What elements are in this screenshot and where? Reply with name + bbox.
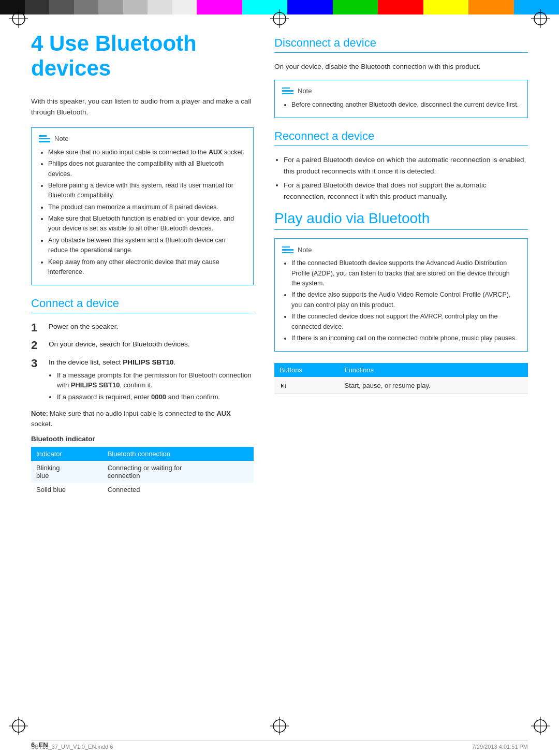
table-header-connection: Bluetooth connection: [102, 447, 254, 461]
step-num-3: 3: [31, 357, 43, 404]
list-item: Before connecting another Bluetooth devi…: [291, 100, 520, 110]
table-row: Blinkingblue Connecting or waiting forco…: [31, 461, 254, 483]
list-item: Make sure that Bluetooth function is ena…: [48, 214, 246, 234]
main-content: 4 Use Bluetooth devices With this speake…: [31, 31, 528, 730]
main-note-box: Note Make sure that no audio input cable…: [31, 127, 254, 286]
step-2: 2 On your device, search for Bluetooth d…: [31, 339, 254, 352]
main-note-list: Make sure that no audio input cable is c…: [39, 148, 246, 278]
note-icon-disconnect: [282, 86, 293, 96]
footer: SBT10_37_UM_V1.0_EN.indd 6 7/29/2013 4:0…: [31, 740, 528, 750]
bar-seg-2: [25, 0, 50, 14]
footer-date: 7/29/2013 4:01:51 PM: [472, 744, 528, 750]
play-note-list: If the connected Bluetooth device suppor…: [282, 258, 520, 343]
list-item: The product can memorize a maximum of 8 …: [48, 202, 246, 212]
connection-blinking: Connecting or waiting forconnection: [102, 461, 254, 483]
bar-seg-blue: [287, 0, 333, 14]
step-1: 1 Power on the speaker.: [31, 322, 254, 334]
table-header-row: Indicator Bluetooth connection: [31, 447, 254, 461]
reg-mark-tc: [270, 9, 289, 28]
top-bar-left: [0, 0, 197, 14]
reconnect-section-title: Reconnect a device: [274, 129, 528, 146]
table-header-indicator: Indicator: [31, 447, 102, 461]
table-row: ⏯ Start, pause, or resume play.: [274, 377, 528, 394]
step-body-3: In the device list, select PHILIPS SBT10…: [49, 357, 254, 404]
note-header: Note: [39, 134, 246, 143]
list-item: Philips does not guarantee the compatibi…: [48, 159, 246, 179]
list-item: If a password is required, enter 0000 an…: [57, 392, 254, 402]
right-column: Disconnect a device On your device, disa…: [274, 31, 528, 730]
buttons-table: Buttons Functions ⏯ Start, pause, or res…: [274, 363, 528, 394]
list-item: For a paired Bluetooth device on which t…: [284, 154, 528, 177]
bar-seg-yellow: [423, 0, 469, 14]
disconnect-section-title: Disconnect a device: [274, 36, 528, 53]
steps-list: 1 Power on the speaker. 2 On your device…: [31, 322, 254, 403]
connection-solid: Connected: [102, 483, 254, 497]
play-section-title: Play audio via Bluetooth: [274, 210, 528, 230]
intro-text: With this speaker, you can listen to aud…: [31, 96, 254, 118]
note-icon-play: [282, 245, 293, 254]
note-inline-text: Note: Make sure that no audio input cabl…: [31, 409, 254, 429]
step-num-1: 1: [31, 322, 43, 334]
play-pause-icon: ⏯: [280, 381, 287, 389]
step-3: 3 In the device list, select PHILIPS SBT…: [31, 357, 254, 404]
step-body-1: Power on the speaker.: [49, 322, 254, 334]
list-item: If there is an incoming call on the conn…: [291, 333, 520, 343]
reg-mark-tl: [9, 9, 28, 28]
bar-seg-7: [148, 0, 172, 14]
indicator-solid: Solid blue: [31, 483, 102, 497]
list-item: If the device also supports the Audio Vi…: [291, 290, 520, 310]
disconnect-note-box: Note Before connecting another Bluetooth…: [274, 80, 528, 118]
left-column: 4 Use Bluetooth devices With this speake…: [31, 31, 254, 730]
disconnect-text: On your device, disable the Bluetooth co…: [274, 61, 528, 72]
bar-seg-magenta: [197, 0, 242, 14]
note-header-disconnect: Note: [282, 86, 520, 96]
list-item: Make sure that no audio input cable is c…: [48, 148, 246, 157]
step-body-2: On your device, search for Bluetooth dev…: [49, 339, 254, 352]
list-item: If the connected Bluetooth device suppor…: [291, 258, 520, 288]
note-header-play: Note: [282, 245, 520, 254]
functions-col-header: Functions: [340, 363, 528, 377]
bar-seg-green: [333, 0, 378, 14]
play-note-box: Note If the connected Bluetooth device s…: [274, 238, 528, 352]
note-label-disconnect: Note: [298, 87, 312, 95]
list-item: Keep away from any other electronic devi…: [48, 257, 246, 278]
list-item: Before pairing a device with this system…: [48, 181, 246, 201]
bluetooth-indicator-table: Indicator Bluetooth connection Blinkingb…: [31, 447, 254, 497]
list-item: For a paired Bluetooth device that does …: [284, 180, 528, 202]
note-icon: [39, 134, 50, 143]
bar-seg-red: [378, 0, 423, 14]
note-label: Note: [54, 135, 68, 142]
connect-section-title: Connect a device: [31, 297, 254, 313]
list-item: If the connected device does not support…: [291, 312, 520, 332]
chapter-title: 4 Use Bluetooth devices: [31, 31, 254, 81]
buttons-header-row: Buttons Functions: [274, 363, 528, 377]
bar-seg-5: [98, 0, 123, 14]
bar-seg-8: [172, 0, 197, 14]
bar-seg-orange: [468, 0, 514, 14]
reg-mark-bl: [9, 717, 28, 735]
step-num-2: 2: [31, 339, 43, 352]
list-item: Any obstacle between this system and a B…: [48, 236, 246, 256]
table-row: Solid blue Connected: [31, 483, 254, 497]
buttons-col-header: Buttons: [274, 363, 340, 377]
list-item: If a message prompts for the permission …: [57, 370, 254, 390]
reg-mark-br: [531, 717, 550, 735]
note-label-play: Note: [298, 246, 312, 254]
disconnect-note-list: Before connecting another Bluetooth devi…: [282, 100, 520, 110]
indicator-blinking: Blinkingblue: [31, 461, 102, 483]
bar-seg-3: [49, 0, 74, 14]
bt-indicator-label: Bluetooth indicator: [31, 435, 254, 443]
button-icon-cell: ⏯: [274, 377, 340, 394]
top-bar-right: [197, 0, 559, 14]
page-number: 6 EN: [31, 741, 48, 749]
reg-mark-tr: [531, 9, 550, 28]
step-3-bullets: If a message prompts for the permission …: [49, 370, 254, 402]
bar-seg-4: [74, 0, 99, 14]
function-cell: Start, pause, or resume play.: [340, 377, 528, 394]
bar-seg-6: [123, 0, 148, 14]
reconnect-bullets: For a paired Bluetooth device on which t…: [274, 154, 528, 202]
